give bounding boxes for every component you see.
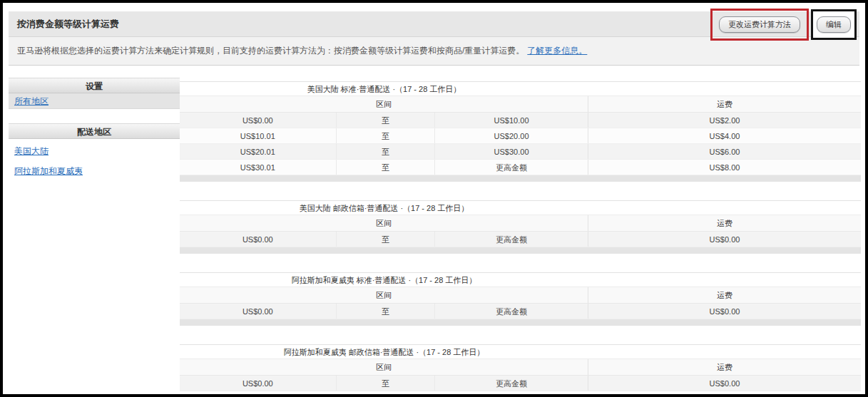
range-to-label: 至: [337, 113, 435, 128]
range-upper-value: 更高金额: [435, 376, 588, 391]
fee-column-header: 运费: [588, 96, 861, 112]
rate-table-section: 阿拉斯加和夏威夷 标准·普通配送 ·（17 - 28 工作日） 区间 运费 US…: [180, 272, 861, 326]
page-title: 按消费金额等级计算运费: [17, 18, 119, 31]
all-regions-link[interactable]: 所有地区: [14, 96, 48, 106]
rate-table-title-row: 美国大陆 标准·普通配送 ·（17 - 28 工作日）: [180, 82, 861, 96]
sidebar-item-continental-us[interactable]: 美国大陆: [9, 143, 180, 159]
rate-tables: 美国大陆 标准·普通配送 ·（17 - 28 工作日） 区间 运费 US$0.0…: [180, 81, 861, 391]
rate-table-section: 阿拉斯加和夏威夷 邮政信箱·普通配送 ·（17 - 28 工作日） 区间 运费 …: [180, 344, 861, 391]
rate-table-rows: US$0.00 至 更高金额 US$0.00: [180, 232, 861, 247]
fee-value: US$0.00: [588, 232, 861, 247]
fee-column-header: 运费: [588, 359, 861, 375]
range-to-label: 至: [337, 232, 435, 247]
continental-us-link[interactable]: 美国大陆: [14, 146, 48, 156]
table-separator: [180, 175, 861, 182]
rate-table-header-row: 区间 运费: [180, 215, 861, 232]
sidebar-regions-header: 配送地区: [9, 123, 180, 139]
sidebar-settings-box: 设置 所有地区: [9, 78, 180, 109]
rate-row: US$30.01 至 更高金额 US$8.00: [180, 160, 861, 175]
rate-table-section: 美国大陆 标准·普通配送 ·（17 - 28 工作日） 区间 运费 US$0.0…: [180, 81, 861, 182]
range-upper-value: 更高金额: [435, 160, 588, 175]
range-from-value: US$10.01: [180, 128, 337, 143]
range-upper-value: US$20.00: [435, 128, 588, 143]
range-to-label: 至: [337, 376, 435, 391]
rate-table-title: 阿拉斯加和夏威夷 邮政信箱·普通配送 ·（17 - 28 工作日）: [180, 345, 588, 359]
sidebar: 设置 所有地区 配送地区 美国大陆 阿拉斯加和夏威夷: [9, 78, 180, 193]
range-column-header: 区间: [180, 359, 588, 375]
fee-value: US$4.00: [588, 128, 861, 143]
range-upper-value: US$30.00: [435, 144, 588, 159]
rate-table-title-row: 阿拉斯加和夏威夷 标准·普通配送 ·（17 - 28 工作日）: [180, 273, 861, 287]
range-column-header: 区间: [180, 287, 588, 303]
range-from-value: US$30.01: [180, 160, 337, 175]
alaska-hawaii-link[interactable]: 阿拉斯加和夏威夷: [14, 166, 83, 176]
fee-value: US$0.00: [588, 376, 861, 391]
fee-column-header: 运费: [588, 287, 861, 303]
fee-value: US$6.00: [588, 144, 861, 159]
page-header: 按消费金额等级计算运费 亚马逊将根据您选择的运费计算方法来确定计算规则，目前支持…: [9, 11, 859, 66]
range-from-value: US$0.00: [180, 304, 337, 319]
rate-row: US$0.00 至 更高金额 US$0.00: [180, 232, 861, 247]
description-bar: 亚马逊将根据您选择的运费计算方法来确定计算规则，目前支持的运费计算方法为：按消费…: [9, 37, 859, 66]
rate-row: US$10.01 至 US$20.00 US$4.00: [180, 128, 861, 144]
table-separator: [180, 247, 861, 254]
edit-button[interactable]: 编辑: [817, 16, 851, 33]
sidebar-item-alaska-hawaii[interactable]: 阿拉斯加和夏威夷: [9, 163, 180, 179]
sidebar-item-all-regions[interactable]: 所有地区: [9, 93, 180, 109]
fee-value: US$2.00: [588, 113, 861, 128]
range-from-value: US$20.01: [180, 144, 337, 159]
range-to-label: 至: [337, 144, 435, 159]
table-separator: [180, 319, 861, 326]
range-to-label: 至: [337, 160, 435, 175]
toolbar: 更改运费计算方法 编辑: [710, 9, 857, 41]
rate-table-title: 美国大陆 邮政信箱·普通配送 ·（17 - 28 工作日）: [180, 201, 588, 215]
fee-value: US$0.00: [588, 304, 861, 319]
screenshot-frame: 按消费金额等级计算运费 亚马逊将根据您选择的运费计算方法来确定计算规则，目前支持…: [0, 0, 868, 397]
range-column-header: 区间: [180, 96, 588, 112]
rate-table-header-row: 区间 运费: [180, 359, 861, 376]
rate-table-title: 美国大陆 标准·普通配送 ·（17 - 28 工作日）: [180, 82, 588, 96]
rate-table-header-row: 区间 运费: [180, 287, 861, 304]
sidebar-settings-header: 设置: [9, 78, 180, 93]
range-to-label: 至: [337, 128, 435, 143]
rate-row: US$0.00 至 更高金额 US$0.00: [180, 304, 861, 319]
rate-table-header-row: 区间 运费: [180, 96, 861, 113]
change-shipping-method-button[interactable]: 更改运费计算方法: [719, 16, 800, 33]
rate-table-section: 美国大陆 邮政信箱·普通配送 ·（17 - 28 工作日） 区间 运费 US$0…: [180, 200, 861, 254]
range-to-label: 至: [337, 304, 435, 319]
rate-table-title: 阿拉斯加和夏威夷 标准·普通配送 ·（17 - 28 工作日）: [180, 273, 588, 287]
rate-table-title-row: 阿拉斯加和夏威夷 邮政信箱·普通配送 ·（17 - 28 工作日）: [180, 345, 861, 359]
black-highlight-annotation: 编辑: [811, 9, 857, 40]
fee-column-header: 运费: [588, 215, 861, 231]
sidebar-region-links: 美国大陆 阿拉斯加和夏威夷: [9, 143, 180, 179]
range-upper-value: 更高金额: [435, 304, 588, 319]
range-column-header: 区间: [180, 215, 588, 231]
page-description: 亚马逊将根据您选择的运费计算方法来确定计算规则，目前支持的运费计算方法为：按消费…: [17, 45, 524, 57]
range-upper-value: US$10.00: [435, 113, 588, 128]
red-highlight-annotation: 更改运费计算方法: [710, 9, 809, 41]
sidebar-regions-box: 配送地区 美国大陆 阿拉斯加和夏威夷: [9, 123, 180, 179]
range-from-value: US$0.00: [180, 232, 337, 247]
rate-table-rows: US$0.00 至 更高金额 US$0.00: [180, 376, 861, 391]
rate-row: US$0.00 至 更高金额 US$0.00: [180, 376, 861, 391]
rate-table-title-row: 美国大陆 邮政信箱·普通配送 ·（17 - 28 工作日）: [180, 201, 861, 215]
rate-table-rows: US$0.00 至 US$10.00 US$2.00 US$10.01 至 US…: [180, 113, 861, 175]
range-from-value: US$0.00: [180, 376, 337, 391]
learn-more-link[interactable]: 了解更多信息。: [527, 45, 587, 57]
rate-table-rows: US$0.00 至 更高金额 US$0.00: [180, 304, 861, 319]
range-upper-value: 更高金额: [435, 232, 588, 247]
fee-value: US$8.00: [588, 160, 861, 175]
range-from-value: US$0.00: [180, 113, 337, 128]
rate-row: US$20.01 至 US$30.00 US$6.00: [180, 144, 861, 160]
rate-row: US$0.00 至 US$10.00 US$2.00: [180, 113, 861, 128]
